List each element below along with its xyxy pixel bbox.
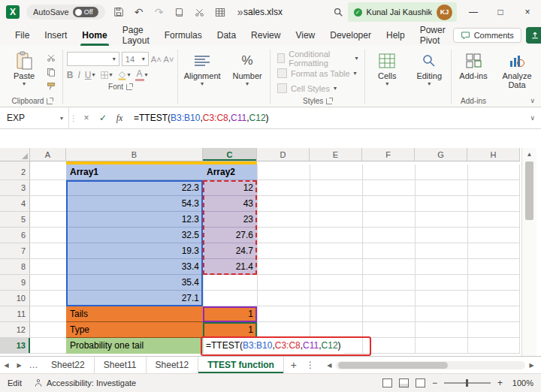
search-icon[interactable] — [331, 5, 345, 20]
name-box[interactable]: EXP ▾ — [0, 107, 69, 128]
cell-b13[interactable]: Probability one tail — [66, 338, 203, 354]
decrease-font-icon[interactable]: A˅ — [164, 55, 174, 64]
analyze-data-button[interactable]: Analyze Data — [497, 48, 536, 89]
cells-button[interactable]: Cells ▾ — [369, 48, 405, 87]
row-header-13[interactable]: 13 — [0, 338, 30, 354]
zoom-slider[interactable] — [444, 382, 491, 384]
row-header-11[interactable]: 11 — [0, 306, 30, 322]
row-header-6[interactable]: 6 — [0, 228, 30, 243]
cell-b2[interactable]: Array1 — [66, 164, 203, 180]
row-header-2[interactable]: 2 — [0, 164, 30, 180]
book-icon[interactable] — [173, 5, 186, 20]
sheet-tab-sheet22[interactable]: Sheet22 — [42, 357, 95, 373]
cell-c7[interactable]: 24.7 — [203, 243, 257, 259]
conditional-formatting-button[interactable]: Conditional Formatting▾ — [274, 51, 361, 65]
cell-c8[interactable]: 21.4 — [203, 259, 257, 275]
tab-page-layout[interactable]: Page Layout — [115, 24, 157, 46]
zoom-out-icon[interactable]: − — [432, 378, 437, 388]
row-header-7[interactable]: 7 — [0, 243, 30, 259]
cancel-button[interactable]: × — [78, 107, 95, 128]
alignment-button[interactable]: Alignment ▾ — [182, 48, 222, 87]
autosave-switch-icon[interactable]: Off — [73, 7, 98, 17]
share-button[interactable] — [526, 27, 541, 44]
paste-button[interactable]: Paste ▾ — [6, 48, 42, 87]
cell-c2[interactable]: Array2 — [203, 164, 257, 180]
clipboard-dialog-launcher-icon[interactable] — [47, 98, 53, 104]
avatar[interactable]: KJ — [437, 5, 452, 20]
select-all-corner[interactable] — [0, 148, 30, 161]
vertical-scroll-thumb[interactable] — [525, 161, 533, 220]
document-title[interactable]: sales.xlsx — [222, 7, 304, 17]
tab-insert[interactable]: Insert — [37, 24, 74, 46]
minimize-button[interactable]: — — [460, 0, 487, 24]
font-size-select[interactable]: 14▾ — [122, 52, 149, 66]
tab-power-pivot[interactable]: Power Pivot — [413, 24, 453, 46]
row-header-5[interactable]: 5 — [0, 212, 30, 228]
cell-styles-button[interactable]: Cell Styles▾ — [274, 81, 361, 95]
cell-c3[interactable]: 12 — [203, 180, 257, 196]
expand-formula-bar-icon[interactable]: ∨ — [530, 114, 535, 122]
increase-font-icon[interactable]: A˄ — [151, 55, 162, 64]
redo-icon[interactable]: ↷ — [153, 5, 166, 20]
sheet-tab-ttest-function[interactable]: TTEST function — [198, 357, 284, 373]
account-button[interactable]: ✓ Kunal Jai Kaushik KJ — [348, 2, 457, 22]
cell-b12[interactable]: Type — [66, 322, 203, 338]
sheet-tab-sheet11[interactable]: Sheet11 — [95, 357, 147, 373]
format-as-table-button[interactable]: Format as Table▾ — [274, 66, 361, 80]
tab-home[interactable]: Home — [74, 24, 114, 46]
cell-b9[interactable]: 35.4 — [66, 275, 203, 291]
row-header-9[interactable]: 9 — [0, 275, 30, 291]
zoom-in-icon[interactable]: + — [497, 378, 503, 388]
autosave-toggle[interactable]: AutoSave Off — [26, 5, 105, 20]
save-icon[interactable] — [112, 5, 125, 20]
name-box-dropdown-icon[interactable]: ▾ — [60, 115, 68, 122]
underline-dropdown-icon[interactable]: ▾ — [92, 72, 95, 78]
close-button[interactable]: × — [514, 0, 541, 24]
number-button[interactable]: % Number ▾ — [228, 48, 266, 87]
cell-b8[interactable]: 33.4 — [66, 259, 203, 275]
scissors-icon[interactable] — [193, 5, 207, 20]
column-header-h[interactable]: H — [467, 148, 520, 161]
normal-view-icon[interactable] — [382, 378, 392, 387]
column-header-e[interactable]: E — [310, 148, 362, 161]
accessibility-checker[interactable]: Accessibility: Investigate — [34, 378, 136, 387]
vertical-scrollbar[interactable]: ▲ — [521, 148, 536, 356]
column-header-g[interactable]: G — [415, 148, 467, 161]
comments-button[interactable]: Comments — [453, 28, 521, 43]
zoom-level[interactable]: 100% — [509, 378, 533, 387]
tab-view[interactable]: View — [288, 24, 322, 46]
tab-data[interactable]: Data — [210, 24, 243, 46]
scroll-left-icon[interactable]: ◀ — [325, 362, 334, 369]
cell-b11[interactable]: Tails — [66, 306, 203, 322]
tab-formulas[interactable]: Formulas — [157, 24, 210, 46]
formula-input[interactable]: =TTEST(B3:B10,C3:C8,C11,C12) — [134, 113, 269, 123]
format-painter-icon[interactable] — [44, 80, 59, 92]
sheet-list-ellipsis[interactable]: … — [26, 357, 42, 373]
tab-review[interactable]: Review — [243, 24, 288, 46]
cut-icon[interactable] — [44, 51, 59, 64]
copy-icon[interactable] — [44, 65, 59, 78]
cell-b7[interactable]: 19.3 — [66, 243, 203, 259]
row-header-10[interactable]: 10 — [0, 291, 30, 306]
maximize-button[interactable]: □ — [487, 0, 514, 24]
row-header-8[interactable]: 8 — [0, 259, 30, 275]
borders-button[interactable]: ▾ — [100, 71, 113, 80]
page-layout-view-icon[interactable] — [399, 378, 409, 387]
font-name-select[interactable]: ▾ — [67, 52, 119, 66]
font-dialog-launcher-icon[interactable] — [126, 84, 132, 90]
cell-b4[interactable]: 54.3 — [66, 196, 203, 212]
column-header-a[interactable]: A — [30, 148, 66, 161]
styles-dialog-launcher-icon[interactable] — [326, 98, 332, 104]
scroll-up-icon[interactable]: ▲ — [522, 148, 536, 160]
fill-color-button[interactable]: ▾ — [117, 71, 131, 80]
insert-function-button[interactable]: fx — [111, 107, 128, 128]
scroll-right-icon[interactable]: ▶ — [527, 362, 536, 369]
horizontal-scrollbar[interactable]: ◀ ▶ — [317, 357, 541, 373]
cell-b5[interactable]: 12.3 — [66, 212, 203, 228]
column-header-d[interactable]: D — [257, 148, 310, 161]
tab-help[interactable]: Help — [379, 24, 413, 46]
cell-c4[interactable]: 43 — [203, 196, 257, 212]
paste-dropdown-icon[interactable]: ▾ — [23, 81, 26, 87]
cell-c6[interactable]: 27.6 — [203, 228, 257, 243]
tab-file[interactable]: File — [8, 24, 37, 46]
